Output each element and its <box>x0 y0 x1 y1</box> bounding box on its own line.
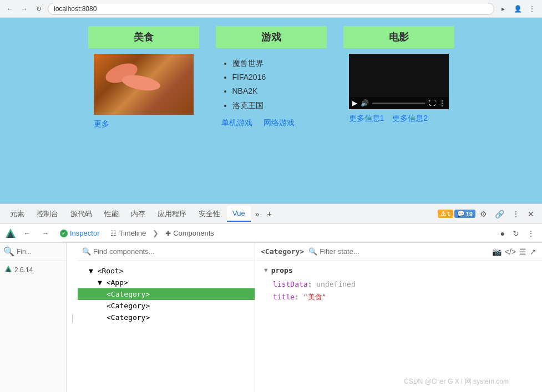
tree-node-app[interactable]: ▼ <App> <box>78 277 255 288</box>
components-icon: ✚ <box>165 230 171 237</box>
inspector-label: Inspector <box>70 229 99 237</box>
warning-icon: ⚠ <box>440 210 446 217</box>
category-1-label: <Category> <box>107 302 150 310</box>
tree-node-category-0[interactable]: <Category> <box>78 288 255 300</box>
panel-drag-handle[interactable]: ❘ <box>67 243 78 392</box>
game-item-2: NBA2K <box>232 84 321 98</box>
inspector-button[interactable]: ✓ Inspector <box>55 227 104 240</box>
fullscreen-button[interactable]: ⛶ <box>429 99 435 107</box>
tree-node-category-1[interactable]: <Category> <box>78 300 255 312</box>
food-more-link[interactable]: 更多 <box>94 119 194 129</box>
info-badge: 💬 19 <box>454 210 475 218</box>
sidebar-search-icon: 🔍 <box>3 246 14 257</box>
tree-node-root[interactable]: ▼ <Root> <box>78 265 255 277</box>
game-links: 单机游戏 网络游戏 <box>221 118 321 128</box>
tree-node-category-2[interactable]: <Category> <box>78 312 255 323</box>
component-search-bar: 🔍 <box>78 243 255 261</box>
address-text: localhost:8080 <box>54 5 97 13</box>
reload-button[interactable]: ↻ <box>33 3 44 14</box>
camera-icon[interactable]: 📷 <box>492 247 502 256</box>
play-button[interactable]: ▶ <box>352 99 357 107</box>
video-progress-bar[interactable] <box>372 103 426 104</box>
forward-nav-button[interactable]: → <box>37 227 53 240</box>
root-collapse-arrow[interactable]: ▼ <box>89 267 93 275</box>
timeline-icon: ☷ <box>110 230 116 237</box>
tab-console[interactable]: 控制台 <box>31 206 64 222</box>
props-filter-area: 🔍 <box>308 247 487 256</box>
prop-key-title: title <box>273 293 295 301</box>
devtools-sidebar: 🔍 ↻ 2.6.14 <box>0 243 67 392</box>
category-2-label: <Category> <box>107 313 150 322</box>
list-icon[interactable]: ☰ <box>519 247 526 256</box>
tab-application[interactable]: 应用程序 <box>152 206 192 222</box>
prop-value-listdata: undefined <box>316 280 355 288</box>
game-link-standalone[interactable]: 单机游戏 <box>221 118 252 128</box>
food-body: 更多 <box>88 48 199 187</box>
devtools-panel: 元素 控制台 源代码 性能 内存 应用程序 安全性 Vue » + ⚠ 1 💬 … <box>0 203 542 392</box>
section-collapse-arrow[interactable]: ▼ <box>264 267 268 274</box>
prop-row-listdata: listData: undefined <box>264 278 533 291</box>
extensions-button[interactable]: ▸ <box>498 3 509 14</box>
devices-button[interactable]: 🔗 <box>492 207 508 221</box>
component-tree: ▼ <Root> ▼ <App> <Category> <Category> <… <box>78 261 255 392</box>
props-filter-input[interactable] <box>320 247 487 256</box>
forward-button[interactable]: → <box>19 3 30 14</box>
app-collapse-arrow[interactable]: ▼ <box>98 278 102 287</box>
inspector-check-icon: ✓ <box>60 230 68 237</box>
movie-link-2[interactable]: 更多信息2 <box>392 114 428 124</box>
games-body: 魔兽世界 FIFA2016 NBA2K 洛克王国 单机游戏 网络游戏 <box>216 48 327 187</box>
tab-performance[interactable]: 性能 <box>99 206 124 222</box>
food-image-inner <box>94 54 194 115</box>
prop-key-listdata: listData <box>273 280 308 288</box>
open-icon[interactable]: ↗ <box>530 247 536 256</box>
volume-button[interactable]: 🔊 <box>361 99 369 107</box>
component-search-icon: 🔍 <box>82 247 91 256</box>
more-vue-options[interactable]: ⋮ <box>524 227 538 240</box>
profile-button[interactable]: 👤 <box>512 3 523 14</box>
menu-button[interactable]: ⋮ <box>526 3 538 14</box>
address-bar[interactable]: localhost:8080 <box>48 3 494 15</box>
add-tab-button[interactable]: + <box>264 207 275 221</box>
close-devtools-button[interactable]: ✕ <box>524 207 538 221</box>
props-section-header: ▼ props <box>264 266 533 274</box>
code-icon[interactable]: </> <box>505 247 516 256</box>
more-options-button[interactable]: ⋮ <box>439 99 445 107</box>
games-title: 游戏 <box>216 26 327 48</box>
props-header: <Category> 🔍 📷 </> ☰ ↗ <box>255 243 542 261</box>
tab-security[interactable]: 安全性 <box>193 206 226 222</box>
sidebar-search-area: 🔍 ↻ <box>0 243 66 261</box>
video-controls: ▶ 🔊 ⛶ ⋮ <box>349 97 449 109</box>
back-button[interactable]: ← <box>4 3 16 14</box>
game-list: 魔兽世界 FIFA2016 NBA2K 洛克王国 <box>221 57 321 113</box>
tab-sources[interactable]: 源代码 <box>65 206 98 222</box>
component-search-input[interactable] <box>93 247 250 256</box>
refresh-button[interactable]: ↻ <box>510 227 522 240</box>
vue-version-label: 2.6.14 <box>14 266 33 274</box>
movie-links: 更多信息1 更多信息2 <box>349 114 449 124</box>
tab-elements[interactable]: 元素 <box>4 206 30 222</box>
more-options-devtools[interactable]: ⋮ <box>509 207 523 221</box>
props-section-props: ▼ props listData: undefined title: "美食" <box>264 266 533 304</box>
movies-title: 电影 <box>343 26 454 48</box>
category-card-movies: 电影 ▶ 🔊 ⛶ ⋮ 更多信息1 更多信息2 <box>343 26 454 187</box>
category-card-food: 美食 更多 <box>88 26 199 187</box>
movie-video-player: ▶ 🔊 ⛶ ⋮ <box>349 54 449 109</box>
props-action-icons: 📷 </> ☰ ↗ <box>492 247 536 256</box>
arrow-separator: ❯ <box>153 229 159 237</box>
props-panel: <Category> 🔍 📷 </> ☰ ↗ ▼ props <box>255 243 542 392</box>
tab-vue[interactable]: Vue <box>227 206 251 222</box>
components-button[interactable]: ✚ Components <box>161 227 219 240</box>
info-count: 19 <box>466 211 473 217</box>
devtools-tabs-bar: 元素 控制台 源代码 性能 内存 应用程序 安全性 Vue » + ⚠ 1 💬 … <box>0 204 542 224</box>
food-image <box>94 54 194 115</box>
timeline-button[interactable]: ☷ Timeline <box>106 227 150 240</box>
back-nav-button[interactable]: ← <box>19 227 35 240</box>
settings-button[interactable]: ⚙ <box>477 207 490 221</box>
record-button[interactable]: ● <box>498 227 508 240</box>
movie-link-1[interactable]: 更多信息1 <box>349 114 384 124</box>
category-0-label: <Category> <box>107 290 150 298</box>
timeline-label: Timeline <box>119 229 146 237</box>
more-tabs-button[interactable]: » <box>252 207 263 221</box>
game-link-online[interactable]: 网络游戏 <box>264 118 295 128</box>
tab-memory[interactable]: 内存 <box>125 206 151 222</box>
